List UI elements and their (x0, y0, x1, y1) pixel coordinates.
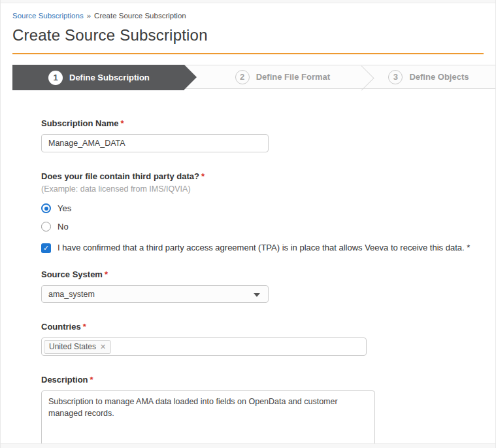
required-asterisk: * (83, 322, 86, 332)
label-text: Does your file contain third party data? (41, 171, 199, 181)
checkbox-label: I have confirmed that a third party acce… (58, 243, 470, 252)
label-text: Source System (41, 269, 103, 279)
page-header: Source Subscriptions»Create Source Subsc… (1, 3, 495, 44)
third-party-question-label: Does your file contain third party data?… (41, 171, 495, 181)
wizard-step-define-objects[interactable]: 3 Define Objects (362, 65, 495, 88)
accent-divider (12, 53, 484, 54)
required-asterisk: * (90, 375, 93, 385)
label-text: Description (41, 375, 88, 385)
countries-tag-input[interactable]: United States ✕ (41, 337, 367, 356)
required-asterisk: * (201, 171, 205, 181)
checkbox-checked-icon[interactable]: ✓ (41, 243, 51, 253)
wizard-step-define-subscription[interactable]: 1 Define Subscription (12, 65, 184, 90)
required-asterisk: * (105, 269, 108, 279)
radio-selected-icon[interactable] (41, 203, 51, 213)
radio-unselected-icon[interactable] (41, 222, 51, 232)
label-text: Countries (41, 322, 81, 332)
required-asterisk: * (120, 118, 124, 128)
radio-label: No (58, 222, 69, 232)
checkmark-icon: ✓ (43, 245, 49, 252)
step-label: Define File Format (256, 72, 330, 82)
breadcrumb-separator: » (87, 12, 91, 20)
description-textarea[interactable]: Subscription to manage AMA data loaded i… (41, 390, 375, 448)
selected-option-text: ama_system (48, 290, 95, 299)
step-number-badge: 3 (388, 70, 403, 84)
radio-option-no[interactable]: No (41, 222, 495, 232)
step-number-badge: 1 (48, 71, 63, 85)
bottom-edge-strip (1, 443, 495, 448)
remove-tag-icon[interactable]: ✕ (100, 343, 106, 351)
step-chevron-separator (361, 65, 362, 88)
source-system-select[interactable]: ama_system (41, 285, 269, 303)
tpa-confirmation-checkbox-row[interactable]: ✓ I have confirmed that a third party ac… (41, 243, 495, 253)
subscription-name-label: Subscription Name* (41, 118, 495, 128)
wizard-step-bar: 1 Define Subscription 2 Define File Form… (12, 65, 495, 89)
label-text: Subscription Name (41, 118, 118, 128)
breadcrumb-link-source-subscriptions[interactable]: Source Subscriptions (12, 12, 84, 20)
country-tag: United States ✕ (44, 340, 111, 354)
dropdown-caret-icon (254, 293, 260, 297)
step-label: Define Objects (409, 72, 469, 82)
third-party-helper-text: (Example: data licensed from IMS/IQVIA) (41, 184, 495, 194)
description-label: Description* (41, 375, 495, 385)
wizard-step-define-file-format[interactable]: 2 Define File Format (184, 65, 361, 88)
source-system-label: Source System* (41, 269, 495, 279)
country-tag-label: United States (49, 342, 96, 351)
step-label: Define Subscription (69, 73, 150, 82)
subscription-form: Subscription Name* Does your file contai… (1, 89, 495, 448)
step-number-badge: 2 (235, 70, 250, 84)
radio-label: Yes (58, 203, 71, 213)
page: Source Subscriptions»Create Source Subsc… (0, 0, 496, 448)
page-title: Create Source Subscription (12, 26, 484, 44)
subscription-name-input[interactable] (41, 134, 269, 152)
breadcrumb-current: Create Source Subscription (94, 12, 186, 20)
countries-label: Countries* (41, 322, 495, 332)
breadcrumb: Source Subscriptions»Create Source Subsc… (12, 12, 484, 20)
radio-option-yes[interactable]: Yes (41, 203, 495, 213)
